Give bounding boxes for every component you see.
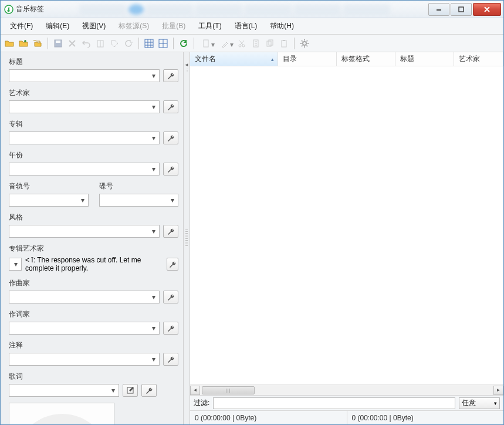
col-dir[interactable]: 目录: [278, 52, 337, 66]
paste-icon[interactable]: [278, 37, 290, 50]
album-tools-button[interactable]: [163, 131, 178, 144]
col-title[interactable]: 标题: [395, 52, 454, 66]
chevron-down-icon[interactable]: ▾: [150, 133, 158, 143]
status-mid: 0 (00:00:00 | 0Byte): [190, 411, 347, 424]
svg-point-23: [303, 42, 306, 45]
col-tagformat[interactable]: 标签格式: [337, 52, 395, 66]
lyricist-input[interactable]: ▾: [9, 322, 160, 335]
minimize-button[interactable]: [428, 3, 449, 16]
year-tools-button[interactable]: [163, 163, 178, 176]
table-body[interactable]: [190, 66, 503, 384]
filter-mode-combo[interactable]: 任意▾: [459, 397, 500, 409]
genre-input[interactable]: ▾: [9, 225, 160, 238]
open-folder-icon[interactable]: [3, 37, 16, 50]
composer-input[interactable]: ▾: [9, 291, 160, 303]
svg-point-17: [242, 45, 245, 47]
copy-icon[interactable]: [263, 37, 276, 50]
chevron-down-icon[interactable]: ▾: [150, 226, 158, 237]
menu-help[interactable]: 帮助(H): [264, 19, 300, 33]
title-tools-button[interactable]: [163, 69, 178, 82]
toolbar: ▾ ▾: [1, 35, 503, 52]
close-button[interactable]: [473, 3, 501, 16]
menu-file[interactable]: 文件(F): [4, 19, 39, 33]
background-tabs: [79, 4, 427, 15]
cut-icon[interactable]: [235, 37, 248, 50]
scroll-thumb[interactable]: |||: [202, 386, 255, 394]
delete-icon[interactable]: [66, 37, 79, 50]
composer-tools-button[interactable]: [163, 291, 178, 303]
lyrics-tools-button[interactable]: [141, 384, 157, 397]
main-area: 标题 ▾ 艺术家 ▾ 专辑 ▾ 年份 ▾: [1, 52, 503, 424]
chevron-down-icon[interactable]: ▾: [150, 354, 158, 365]
col-artist[interactable]: 艺术家: [454, 52, 503, 66]
add-folder-icon[interactable]: [17, 37, 30, 50]
svg-rect-2: [459, 7, 464, 12]
filter-input[interactable]: [213, 397, 455, 409]
settings-icon[interactable]: [298, 37, 311, 50]
menu-tagsrc[interactable]: 标签源(S): [113, 19, 155, 33]
horizontal-scrollbar[interactable]: ◄ ||| ►: [190, 384, 503, 395]
refresh-icon[interactable]: [177, 37, 190, 50]
chevron-down-icon[interactable]: ▾: [79, 195, 87, 205]
year-input[interactable]: ▾: [9, 163, 160, 176]
splitter[interactable]: ◄ ⋮: [183, 52, 190, 424]
lyrics-edit-button[interactable]: [123, 384, 138, 397]
comment-label: 注释: [9, 340, 178, 350]
undo-icon[interactable]: [80, 37, 93, 50]
tag-icon[interactable]: [108, 37, 121, 50]
disc-input[interactable]: ▾: [99, 194, 179, 207]
chevron-down-icon[interactable]: ▾: [150, 70, 158, 81]
artist-label: 艺术家: [9, 88, 178, 98]
comment-input[interactable]: ▾: [9, 353, 160, 366]
artist-tools-button[interactable]: [163, 100, 178, 113]
chevron-down-icon[interactable]: ▾: [12, 259, 20, 269]
album-art-box[interactable]: [9, 403, 114, 424]
title-input[interactable]: ▾: [9, 69, 160, 82]
menubar: 文件(F) 编辑(E) 视图(V) 标签源(S) 批量(B) 工具(T) 语言(…: [1, 18, 503, 35]
folders-icon[interactable]: [31, 37, 44, 50]
book-icon[interactable]: [94, 37, 107, 50]
maximize-button[interactable]: [451, 3, 472, 16]
menu-lang[interactable]: 语言(L): [229, 19, 263, 33]
save-icon[interactable]: [52, 37, 65, 50]
genre-tools-button[interactable]: [163, 225, 178, 238]
album-input[interactable]: ▾: [9, 131, 160, 144]
svg-rect-15: [204, 40, 208, 47]
svg-rect-21: [282, 41, 286, 47]
grid2-icon[interactable]: [157, 37, 170, 50]
chevron-down-icon[interactable]: ▾: [150, 323, 158, 333]
titlebar: 音乐标签: [1, 1, 503, 18]
chevron-down-icon[interactable]: ▾: [150, 102, 158, 112]
paint-dropdown-icon[interactable]: ▾: [217, 37, 234, 50]
albumartist-tools-button[interactable]: [167, 258, 178, 271]
albumartist-label: 专辑艺术家: [9, 244, 178, 254]
svg-rect-22: [283, 40, 285, 41]
chevron-down-icon[interactable]: ▾: [109, 385, 117, 396]
chevron-down-icon[interactable]: ▾: [150, 164, 158, 174]
refresh-small-icon[interactable]: [122, 37, 135, 50]
lyricist-tools-button[interactable]: [163, 322, 178, 335]
status-right: 0 (00:00:00 | 0Byte): [347, 411, 504, 424]
scroll-left-button[interactable]: ◄: [190, 386, 200, 395]
track-input[interactable]: ▾: [9, 194, 89, 207]
menu-tools[interactable]: 工具(T): [192, 19, 227, 33]
col-filename[interactable]: 文件名▴: [190, 52, 278, 66]
comment-tools-button[interactable]: [163, 353, 178, 366]
artist-input[interactable]: ▾: [9, 100, 160, 113]
title-label: 标题: [9, 57, 178, 67]
lyrics-input[interactable]: ▾: [9, 384, 119, 397]
menu-edit[interactable]: 编辑(E): [40, 19, 75, 33]
scroll-right-button[interactable]: ►: [493, 386, 503, 395]
doc-dropdown-icon[interactable]: ▾: [198, 37, 215, 50]
menu-view[interactable]: 视图(V): [76, 19, 111, 33]
page-icon[interactable]: [249, 37, 262, 50]
sort-asc-icon: ▴: [271, 56, 274, 62]
albumartist-input[interactable]: ▾: [9, 258, 22, 271]
composer-label: 作曲家: [9, 278, 178, 288]
grid1-icon[interactable]: [143, 37, 155, 50]
chevron-down-icon[interactable]: ▾: [168, 195, 177, 205]
chevron-down-icon[interactable]: ▾: [150, 292, 158, 302]
tag-editor-pane: 标题 ▾ 艺术家 ▾ 专辑 ▾ 年份 ▾: [1, 52, 183, 424]
menu-batch[interactable]: 批量(B): [156, 19, 191, 33]
statusbar: 0 (00:00:00 | 0Byte) 0 (00:00:00 | 0Byte…: [190, 410, 503, 424]
